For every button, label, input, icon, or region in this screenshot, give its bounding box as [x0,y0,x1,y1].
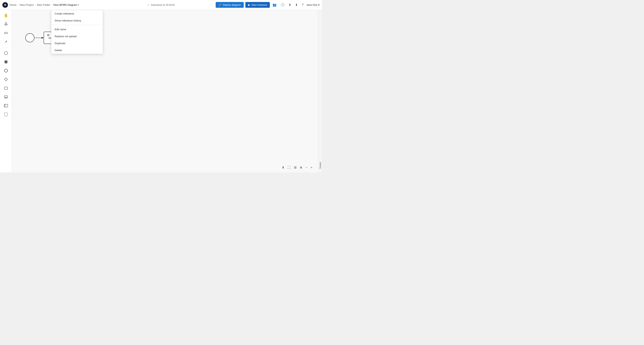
share-icon: ⬆ [288,3,291,7]
breadcrumb-sep-1: › [18,3,18,6]
breadcrumb-current-label: New BPMN Diagram [53,3,77,6]
pool-tool-button[interactable] [2,102,10,110]
resize-tool-button[interactable] [2,29,10,37]
replace-via-upload-item[interactable]: Replace via upload [52,33,103,40]
collaborators-icon: 👥 [272,3,276,7]
header-left: M Home › New Project › New Folder › New … [2,2,216,8]
user-menu[interactable]: Jane Doe ▾ [306,3,320,6]
autosave-text: Autosaved at 18:49:04 [151,3,175,6]
help-button[interactable]: ? [300,2,305,8]
breadcrumb-home[interactable]: Home [10,3,16,6]
intermediate-event-button[interactable] [2,67,10,75]
group-tool-button[interactable] [2,110,10,118]
history-icon: 🕐 [280,3,284,7]
main-layout: ✋ ↗ [0,10,322,172]
svg-marker-10 [4,78,8,81]
app-icon-label: M [4,3,6,6]
lasso-tool-button[interactable]: ↗ [2,38,10,46]
fullscreen-button[interactable]: ⛶ [287,165,292,170]
start-label: Start instance [251,3,267,6]
gateway-tool-button[interactable] [2,75,10,83]
download-icon: ⬇ [295,3,298,7]
svg-marker-19 [42,37,44,39]
breadcrumb-chevron-icon: ▾ [78,4,79,6]
collaborators-button[interactable]: 👥 [272,2,278,8]
zoom-out-button[interactable]: − [305,165,308,170]
app-icon: M [2,2,8,8]
save-diagram-button[interactable]: ⬇ [281,165,285,170]
autosave-check-icon: ✓ [147,3,150,6]
bottom-toolbar: ⬇ ⛶ ⊞ ⊕ − + [281,165,313,170]
grid-button[interactable]: ⊞ [293,165,297,170]
show-milestone-history-item[interactable]: Show milestone history [52,17,103,24]
breadcrumb-sep-2: › [35,3,36,6]
svg-rect-16 [4,113,8,116]
svg-point-9 [4,69,8,72]
svg-text:⚙: ⚙ [47,33,50,37]
zoom-in-button[interactable]: + [310,165,313,170]
edit-name-item[interactable]: Edit name [52,26,103,33]
center-button[interactable]: ⊕ [299,165,303,170]
delete-item[interactable]: Delete [52,47,103,54]
deploy-icon: 🚀 [218,3,222,6]
svg-rect-13 [6,97,6,98]
move-tool-button[interactable] [2,20,10,28]
svg-point-17 [26,33,34,42]
task-tool-button[interactable] [2,84,10,92]
breadcrumb-sep-3: › [52,3,52,6]
download-button[interactable]: ⬇ [294,2,299,8]
header: M Home › New Project › New Folder › New … [0,0,322,10]
svg-rect-11 [4,87,8,89]
start-instance-button[interactable]: ▶ Start instance [245,2,270,8]
breadcrumb: Home › New Project › New Folder › New BP… [10,3,79,6]
breadcrumb-project[interactable]: New Project [20,3,34,6]
diagram-canvas[interactable]: ⚙ service-task Create milestone Show mil… [12,10,318,172]
help-icon: ? [302,3,304,7]
panel-handle-icon: ⋮ [319,11,321,14]
deploy-diagram-button[interactable]: 🚀 Deploy diagram [216,2,244,8]
left-toolbar: ✋ ↗ [0,10,12,172]
svg-point-6 [4,51,8,55]
duplicate-item[interactable]: Duplicate [52,40,103,47]
start-icon: ▶ [248,3,250,6]
circle-tool-button[interactable] [2,49,10,57]
context-menu: Create milestone Show milestone history … [51,10,103,54]
deploy-label: Deploy diagram [223,3,241,6]
subprocess-tool-button[interactable] [2,93,10,101]
hand-tool-button[interactable]: ✋ [2,11,10,19]
svg-point-8 [5,61,7,63]
svg-rect-12 [4,96,8,98]
right-panel: ⋮ Details [318,10,322,172]
user-chevron-icon: ▾ [318,3,320,6]
svg-rect-14 [4,104,8,107]
end-event-tool-button[interactable] [2,58,10,66]
breadcrumb-current[interactable]: New BPMN Diagram ▾ [53,3,79,6]
user-name: Jane Doe [306,3,318,6]
details-tab[interactable]: Details [319,160,322,171]
share-button[interactable]: ⬆ [287,2,292,8]
create-milestone-item[interactable]: Create milestone [52,10,103,17]
history-button[interactable]: 🕐 [280,2,286,8]
breadcrumb-folder[interactable]: New Folder [37,3,50,6]
header-right: 🚀 Deploy diagram ▶ Start instance 👥 🕐 ⬆ … [216,2,320,8]
